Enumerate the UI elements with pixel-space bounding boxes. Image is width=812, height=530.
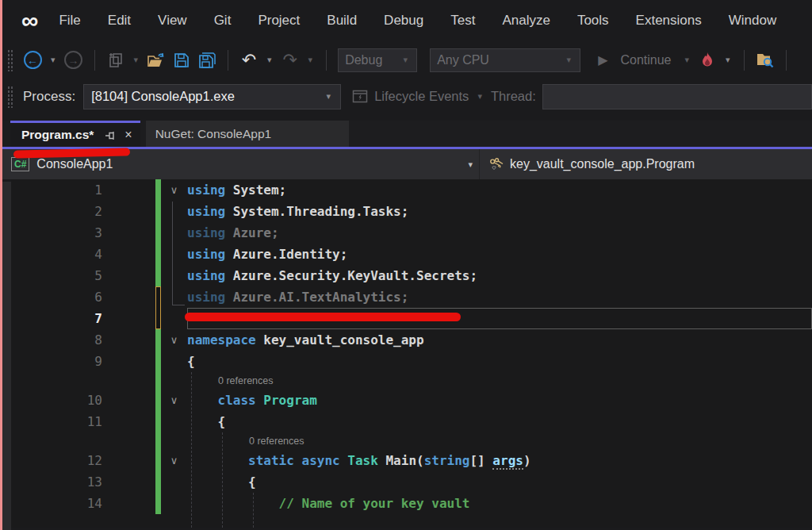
pin-icon[interactable] bbox=[105, 129, 117, 141]
toolbar-separator bbox=[744, 50, 745, 71]
code-text[interactable]: { bbox=[187, 411, 812, 432]
redo-dropdown-caret[interactable]: ▾ bbox=[306, 55, 316, 65]
tab-nuget-consoleapp1[interactable]: NuGet: ConsoleApp1 bbox=[146, 121, 349, 147]
red-underline-annotation-line6 bbox=[185, 313, 461, 321]
code-text[interactable]: using Azure.Security.KeyVault.Secrets; bbox=[187, 265, 812, 286]
change-bar bbox=[155, 286, 161, 308]
menu-item-window[interactable]: Window bbox=[729, 13, 776, 29]
indent-guide bbox=[222, 432, 223, 528]
code-line: 13 { bbox=[11, 471, 812, 493]
menu-item-test[interactable]: Test bbox=[450, 13, 475, 29]
toolbar-drag-handle[interactable] bbox=[7, 86, 13, 108]
code-text[interactable]: using System.Threading.Tasks; bbox=[187, 201, 812, 222]
hot-reload-button[interactable] bbox=[698, 48, 717, 73]
save-button[interactable] bbox=[172, 48, 191, 73]
solution-configuration-value: Debug bbox=[345, 53, 382, 67]
code-editor[interactable]: 1∨using System;2using System.Threading.T… bbox=[11, 179, 812, 528]
redo-icon: ↷ bbox=[282, 52, 297, 69]
member-name: key_vault_console_app.Program bbox=[510, 157, 695, 171]
menu-item-view[interactable]: View bbox=[158, 13, 187, 29]
code-text[interactable]: // Name of your key vault bbox=[187, 493, 812, 514]
redo-button[interactable]: ↷ bbox=[281, 48, 300, 73]
hot-reload-dropdown-caret[interactable]: ▾ bbox=[723, 55, 733, 65]
tab-program-cs[interactable]: Program.cs* × bbox=[10, 121, 140, 147]
codelens-references[interactable]: 0 references bbox=[187, 372, 812, 390]
line-number[interactable]: 1 bbox=[11, 179, 155, 201]
toolbar-drag-handle[interactable] bbox=[7, 49, 13, 71]
continue-button[interactable]: Continue bbox=[620, 53, 671, 67]
fold-chevron-icon[interactable]: ∨ bbox=[161, 179, 187, 201]
fold-margin bbox=[161, 432, 187, 450]
line-number[interactable]: 13 bbox=[11, 471, 155, 493]
solution-platform-dropdown[interactable]: Any CPU ▾ bbox=[430, 48, 580, 72]
line-number[interactable]: 7 bbox=[11, 308, 155, 329]
line-number[interactable]: 11 bbox=[11, 411, 155, 432]
line-number[interactable]: 14 bbox=[11, 493, 155, 514]
menu-item-file[interactable]: File bbox=[59, 13, 80, 29]
navigate-back-button[interactable]: ← bbox=[23, 48, 42, 73]
new-project-button[interactable] bbox=[106, 48, 125, 73]
solution-configuration-dropdown[interactable]: Debug ▾ bbox=[338, 48, 417, 72]
line-number[interactable]: 2 bbox=[11, 201, 155, 222]
code-text[interactable]: using Azure; bbox=[187, 222, 812, 244]
line-number[interactable]: 6 bbox=[11, 286, 155, 308]
lifecycle-events-label[interactable]: Lifecycle Events bbox=[374, 89, 469, 104]
code-text[interactable]: using Azure.Identity; bbox=[187, 244, 812, 265]
line-number[interactable]: 4 bbox=[11, 244, 155, 265]
menu-item-analyze[interactable]: Analyze bbox=[502, 13, 550, 29]
open-file-button[interactable] bbox=[147, 48, 166, 73]
code-text[interactable]: { bbox=[187, 351, 812, 372]
visual-studio-logo-icon: ∞ bbox=[21, 9, 38, 33]
code-text[interactable]: namespace key_vault_console_app bbox=[187, 329, 812, 351]
line-number[interactable]: 9 bbox=[11, 351, 155, 372]
menu-item-project[interactable]: Project bbox=[258, 13, 300, 29]
code-line: 14 // Name of your key vault bbox=[11, 493, 812, 514]
code-area: 1∨using System;2using System.Threading.T… bbox=[11, 179, 812, 514]
line-number[interactable]: 5 bbox=[11, 265, 155, 286]
change-bar bbox=[155, 493, 161, 514]
thread-dropdown[interactable] bbox=[542, 84, 812, 109]
menu-item-edit[interactable]: Edit bbox=[108, 13, 131, 29]
line-number[interactable] bbox=[11, 432, 155, 450]
type-member-dropdown[interactable]: key_vault_console_app.Program bbox=[479, 149, 812, 179]
find-in-files-button[interactable] bbox=[756, 48, 775, 73]
change-bar bbox=[155, 244, 161, 265]
menu-item-git[interactable]: Git bbox=[214, 13, 232, 29]
lifecycle-dropdown-caret[interactable]: ▾ bbox=[475, 91, 485, 102]
codelens-references[interactable]: 0 references bbox=[187, 432, 812, 450]
change-bar bbox=[155, 411, 161, 432]
process-dropdown[interactable]: [8104] ConsoleApp1.exe ▾ bbox=[83, 84, 341, 109]
undo-button[interactable]: ↶ bbox=[239, 48, 259, 73]
line-number[interactable]: 12 bbox=[11, 450, 155, 471]
close-icon[interactable]: × bbox=[124, 128, 132, 142]
menu-item-debug[interactable]: Debug bbox=[384, 13, 423, 29]
code-text[interactable]: class Program bbox=[187, 390, 812, 411]
menu-item-tools[interactable]: Tools bbox=[577, 13, 609, 29]
code-text[interactable]: using Azure.AI.TextAnalytics; bbox=[187, 286, 812, 308]
save-all-button[interactable] bbox=[197, 48, 216, 73]
continue-dropdown-caret[interactable]: ▾ bbox=[682, 55, 691, 65]
code-text[interactable]: using System; bbox=[187, 179, 812, 201]
menu-items: File Edit View Git Project Build Debug T… bbox=[59, 13, 776, 29]
line-number[interactable]: 8 bbox=[11, 329, 155, 351]
continue-play-icon: ▶ bbox=[598, 52, 607, 67]
code-text[interactable]: static async Task Main(string[] args) bbox=[187, 450, 812, 471]
new-project-dropdown-caret[interactable]: ▾ bbox=[132, 55, 141, 65]
fold-margin bbox=[161, 351, 187, 372]
csharp-project-icon: C# bbox=[11, 157, 29, 171]
change-bar bbox=[155, 201, 161, 222]
menu-item-build[interactable]: Build bbox=[327, 13, 357, 29]
menu-item-extensions[interactable]: Extensions bbox=[636, 13, 702, 29]
lifecycle-events-button[interactable] bbox=[350, 84, 370, 109]
line-number[interactable] bbox=[11, 372, 155, 390]
fold-chevron-icon[interactable]: ∨ bbox=[161, 390, 187, 411]
undo-dropdown-caret[interactable]: ▾ bbox=[265, 55, 274, 65]
code-text[interactable]: { bbox=[187, 471, 812, 493]
navigate-forward-button[interactable]: → bbox=[64, 48, 83, 73]
line-number[interactable]: 10 bbox=[11, 390, 155, 411]
fold-chevron-icon[interactable]: ∨ bbox=[161, 450, 187, 471]
line-number[interactable]: 3 bbox=[11, 222, 155, 244]
back-dropdown-caret[interactable]: ▾ bbox=[48, 55, 58, 65]
fold-chevron-icon[interactable]: ∨ bbox=[161, 329, 187, 351]
visual-studio-window: ∞ File Edit View Git Project Build Debug… bbox=[0, 0, 812, 530]
